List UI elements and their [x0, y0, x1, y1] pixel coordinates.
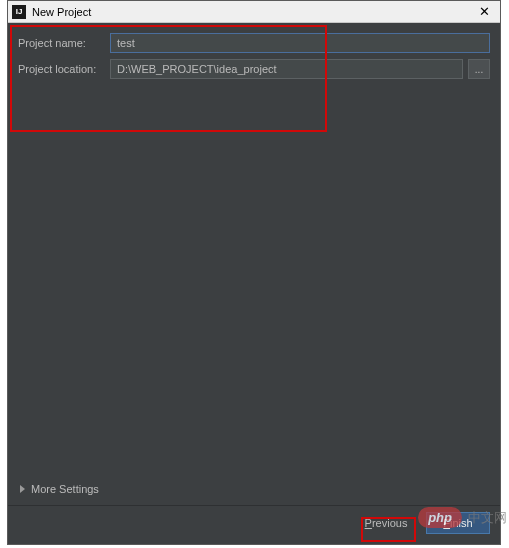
- new-project-dialog: IJ New Project ✕ Project name: Project l…: [7, 0, 501, 545]
- button-bar: Previous Finish: [8, 505, 500, 544]
- project-name-input[interactable]: [110, 33, 490, 53]
- browse-button[interactable]: ...: [468, 59, 490, 79]
- project-location-input[interactable]: [110, 59, 463, 79]
- project-name-row: Project name:: [18, 33, 490, 53]
- previous-label-rest: revious: [372, 517, 407, 529]
- project-location-label: Project location:: [18, 63, 110, 75]
- form-area: Project name: Project location: ...: [8, 23, 500, 89]
- app-icon: IJ: [12, 5, 26, 19]
- project-name-label: Project name:: [18, 37, 110, 49]
- close-icon[interactable]: ✕: [475, 4, 494, 19]
- finish-label-ul: F: [443, 517, 450, 529]
- chevron-right-icon: [20, 485, 25, 493]
- finish-label-rest: inish: [450, 517, 473, 529]
- titlebar: IJ New Project ✕: [8, 1, 500, 23]
- finish-button[interactable]: Finish: [426, 512, 490, 534]
- project-location-row: Project location: ...: [18, 59, 490, 79]
- previous-label-ul: P: [365, 517, 372, 529]
- dialog-body: Project name: Project location: ... More…: [8, 23, 500, 544]
- more-settings-label: More Settings: [31, 483, 99, 495]
- window-title: New Project: [32, 6, 475, 18]
- previous-button[interactable]: Previous: [354, 512, 418, 534]
- spacer: [8, 89, 500, 483]
- more-settings-toggle[interactable]: More Settings: [8, 483, 500, 505]
